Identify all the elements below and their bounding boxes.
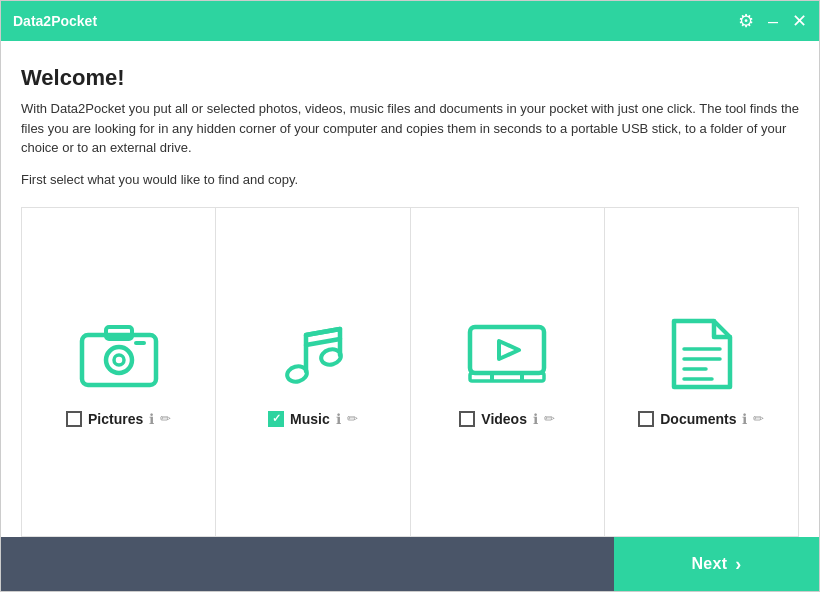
videos-label-row: Videos ℹ ✏ bbox=[459, 411, 555, 427]
svg-point-8 bbox=[319, 347, 342, 367]
pictures-edit-icon[interactable]: ✏ bbox=[160, 411, 171, 426]
main-content: Welcome! With Data2Pocket you put all or… bbox=[1, 41, 819, 537]
window-controls: ⚙ – ✕ bbox=[738, 12, 807, 30]
bottom-bar: Next › bbox=[1, 537, 819, 591]
category-videos: Videos ℹ ✏ bbox=[411, 208, 605, 538]
next-arrow-icon: › bbox=[735, 554, 741, 575]
category-music: Music ℹ ✏ bbox=[216, 208, 410, 538]
documents-icon-wrap bbox=[656, 313, 746, 393]
close-icon[interactable]: ✕ bbox=[792, 12, 807, 30]
video-icon bbox=[462, 313, 552, 393]
app-window: Data2Pocket ⚙ – ✕ Welcome! With Data2Poc… bbox=[0, 0, 820, 592]
documents-label-row: Documents ℹ ✏ bbox=[638, 411, 764, 427]
titlebar: Data2Pocket ⚙ – ✕ bbox=[1, 1, 819, 41]
svg-line-6 bbox=[306, 339, 340, 345]
pictures-checkbox[interactable] bbox=[66, 411, 82, 427]
music-icon-wrap bbox=[268, 313, 358, 393]
videos-name: Videos bbox=[481, 411, 527, 427]
svg-rect-11 bbox=[470, 373, 544, 381]
music-label-row: Music ℹ ✏ bbox=[268, 411, 358, 427]
camera-icon bbox=[74, 313, 164, 393]
pictures-name: Pictures bbox=[88, 411, 143, 427]
pictures-info-icon[interactable]: ℹ bbox=[149, 411, 154, 427]
music-note-icon bbox=[268, 313, 358, 393]
pictures-label-row: Pictures ℹ ✏ bbox=[66, 411, 171, 427]
next-button[interactable]: Next › bbox=[614, 537, 819, 591]
document-icon bbox=[656, 313, 746, 393]
videos-icon-wrap bbox=[462, 313, 552, 393]
settings-icon[interactable]: ⚙ bbox=[738, 12, 754, 30]
svg-rect-13 bbox=[520, 373, 524, 381]
documents-info-icon[interactable]: ℹ bbox=[742, 411, 747, 427]
svg-point-2 bbox=[106, 347, 132, 373]
videos-info-icon[interactable]: ℹ bbox=[533, 411, 538, 427]
next-label: Next bbox=[691, 555, 727, 573]
videos-checkbox[interactable] bbox=[459, 411, 475, 427]
svg-point-7 bbox=[285, 364, 308, 384]
documents-checkbox[interactable] bbox=[638, 411, 654, 427]
music-edit-icon[interactable]: ✏ bbox=[347, 411, 358, 426]
app-title: Data2Pocket bbox=[13, 13, 97, 29]
svg-marker-10 bbox=[499, 341, 519, 359]
documents-edit-icon[interactable]: ✏ bbox=[753, 411, 764, 426]
minimize-icon[interactable]: – bbox=[768, 12, 778, 30]
svg-point-3 bbox=[114, 355, 124, 365]
welcome-subtext: First select what you would like to find… bbox=[21, 172, 799, 187]
category-documents: Documents ℹ ✏ bbox=[605, 208, 799, 538]
svg-rect-12 bbox=[490, 373, 494, 381]
welcome-description: With Data2Pocket you put all or selected… bbox=[21, 99, 799, 158]
svg-line-5 bbox=[306, 329, 340, 335]
music-name: Music bbox=[290, 411, 330, 427]
category-pictures: Pictures ℹ ✏ bbox=[22, 208, 216, 538]
music-info-icon[interactable]: ℹ bbox=[336, 411, 341, 427]
music-checkbox[interactable] bbox=[268, 411, 284, 427]
svg-rect-9 bbox=[470, 327, 544, 373]
welcome-title: Welcome! bbox=[21, 65, 799, 91]
documents-name: Documents bbox=[660, 411, 736, 427]
category-grid: Pictures ℹ ✏ bbox=[21, 207, 799, 538]
videos-edit-icon[interactable]: ✏ bbox=[544, 411, 555, 426]
pictures-icon-wrap bbox=[74, 313, 164, 393]
